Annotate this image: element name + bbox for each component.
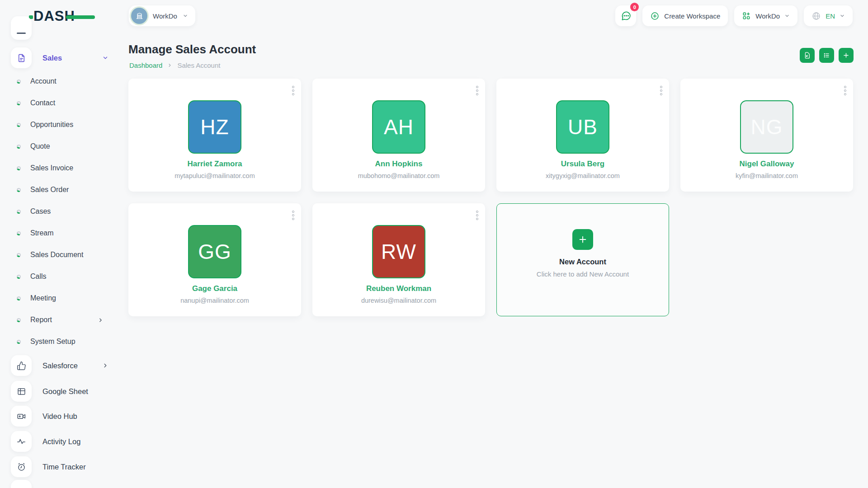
chevron-right-icon <box>98 317 104 323</box>
table-grid-icon <box>11 381 32 402</box>
account-name-link[interactable]: Ann Hopkins <box>312 160 485 169</box>
page-actions <box>800 48 854 63</box>
sidebar-item-quote[interactable]: Quote <box>17 142 104 150</box>
workspace-avatar <box>131 8 147 24</box>
sidebar-item-opportunities[interactable]: Opportunities <box>17 121 104 129</box>
messages-icon <box>620 10 632 22</box>
thumbs-up-icon <box>11 355 32 376</box>
account-avatar[interactable]: AH <box>372 100 425 154</box>
card-menu-button[interactable] <box>292 86 294 95</box>
account-card: AH Ann Hopkins mubohomo@mailinator.com <box>312 79 485 192</box>
account-name-link[interactable]: Reuben Workman <box>312 284 485 293</box>
account-avatar[interactable]: HZ <box>188 100 241 154</box>
bullet-icon <box>17 188 21 192</box>
bullet-icon <box>17 80 21 84</box>
account-email: durewisu@mailinator.com <box>312 297 485 304</box>
bullet-icon <box>17 101 21 105</box>
app-screen: DASH WorkDo 0 Create Workspace <box>0 0 868 488</box>
account-name-link[interactable]: Harriet Zamora <box>128 160 301 169</box>
header-actions: 0 Create Workspace WorkDo EN <box>615 5 853 26</box>
account-avatar[interactable]: UB <box>556 100 609 154</box>
sidebar-item-sales-document[interactable]: Sales Document <box>17 251 104 259</box>
list-view-button[interactable] <box>819 48 834 63</box>
account-name-link[interactable]: Nigel Galloway <box>680 160 853 169</box>
workspace-switcher-label: WorkDo <box>153 12 177 20</box>
new-account-subtitle: Click here to add New Account <box>497 270 669 278</box>
chevron-down-icon <box>784 13 790 19</box>
sidebar-item-cases[interactable]: Cases <box>17 207 104 216</box>
account-name-link[interactable]: Ursula Berg <box>496 160 669 169</box>
card-menu-button[interactable] <box>660 86 662 95</box>
hamburger-icon <box>11 16 32 40</box>
plus-icon <box>572 229 593 250</box>
sidebar-group-time-tracker[interactable]: Time Tracker <box>11 456 108 477</box>
sidebar-group-salesforce[interactable]: Salesforce <box>11 355 108 376</box>
sidebar-group-activity-log[interactable]: Activity Log <box>11 431 108 452</box>
account-avatar[interactable]: RW <box>372 225 425 278</box>
add-account-button[interactable] <box>839 48 854 63</box>
sidebar-group-partial <box>11 480 108 488</box>
messages-badge: 0 <box>630 3 639 11</box>
sidebar-item-account[interactable]: Account <box>17 77 104 85</box>
sidebar-item-calls[interactable]: Calls <box>17 272 104 281</box>
bullet-icon <box>17 210 21 214</box>
sidebar-collapse-button[interactable] <box>11 16 108 40</box>
sidebar-item-report[interactable]: Report <box>17 316 104 324</box>
sidebar-item-system-setup[interactable]: System Setup <box>17 338 104 346</box>
new-account-card[interactable]: New Account Click here to add New Accoun… <box>496 203 669 316</box>
sidebar-item-meeting[interactable]: Meeting <box>17 294 104 302</box>
sidebar-group-video-hub[interactable]: Video Hub <box>11 406 108 427</box>
grid-plus-icon <box>742 11 751 20</box>
breadcrumb-current: Sales Account <box>177 61 220 69</box>
bullet-icon <box>17 318 21 322</box>
account-email: kyfin@mailinator.com <box>680 172 853 179</box>
alarm-clock-icon <box>11 456 32 477</box>
card-menu-button[interactable] <box>476 86 478 95</box>
bullet-icon <box>17 253 21 257</box>
chevron-right-icon <box>102 362 108 369</box>
account-card: HZ Harriet Zamora mytapuluci@mailinator.… <box>128 79 301 192</box>
workdo-menu-button[interactable]: WorkDo <box>734 5 797 26</box>
list-icon <box>823 52 830 59</box>
account-card: GG Gage Garcia nanupi@mailinator.com <box>128 203 301 316</box>
bullet-icon <box>17 123 21 127</box>
sidebar-group-sales[interactable]: Sales <box>11 47 108 68</box>
messages-button[interactable]: 0 <box>615 5 636 26</box>
chevron-right-icon <box>167 63 172 68</box>
sidebar-item-contact[interactable]: Contact <box>17 99 104 107</box>
workdo-menu-label: WorkDo <box>755 12 780 20</box>
plus-icon <box>842 52 850 59</box>
language-code: EN <box>826 12 835 20</box>
chevron-down-icon <box>102 55 108 61</box>
bullet-icon <box>17 231 21 235</box>
workspace-switcher[interactable]: WorkDo <box>129 5 195 26</box>
account-card-grid: HZ Harriet Zamora mytapuluci@mailinator.… <box>128 79 853 316</box>
create-workspace-label: Create Workspace <box>664 12 720 20</box>
sidebar-item-sales-invoice[interactable]: Sales Invoice <box>17 164 104 172</box>
video-camera-icon <box>11 406 32 427</box>
account-email: xitygyxig@mailinator.com <box>496 172 669 179</box>
account-card: UB Ursula Berg xitygyxig@mailinator.com <box>496 79 669 192</box>
language-selector[interactable]: EN <box>804 5 853 26</box>
sidebar-item-sales-order[interactable]: Sales Order <box>17 186 104 194</box>
sidebar-item-stream[interactable]: Stream <box>17 229 104 237</box>
sidebar-group-google-sheet[interactable]: Google Sheet <box>11 381 108 402</box>
file-document-icon <box>11 47 32 68</box>
card-menu-button[interactable] <box>844 86 846 95</box>
sidebar-group-label: Sales <box>42 54 62 62</box>
card-menu-button[interactable] <box>476 211 478 220</box>
bullet-icon <box>17 296 21 300</box>
breadcrumb: Dashboard Sales Account <box>129 61 220 69</box>
card-menu-button[interactable] <box>292 211 294 220</box>
breadcrumb-dashboard-link[interactable]: Dashboard <box>129 61 162 69</box>
export-button[interactable] <box>800 48 815 63</box>
bullet-icon <box>17 275 21 279</box>
file-export-icon <box>803 52 811 59</box>
create-workspace-button[interactable]: Create Workspace <box>642 5 728 26</box>
account-card: NG Nigel Galloway kyfin@mailinator.com <box>680 79 853 192</box>
account-email: mubohomo@mailinator.com <box>312 172 485 179</box>
account-avatar[interactable]: NG <box>740 100 793 154</box>
account-card: RW Reuben Workman durewisu@mailinator.co… <box>312 203 485 316</box>
account-name-link[interactable]: Gage Garcia <box>128 284 301 293</box>
account-avatar[interactable]: GG <box>188 225 241 278</box>
